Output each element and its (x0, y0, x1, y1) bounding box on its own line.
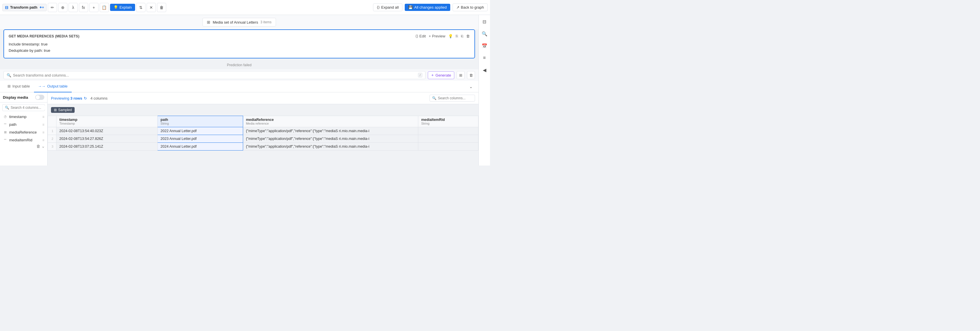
center-panel: ⊞ Media set of Annual Letters 3 items GE… (0, 15, 479, 166)
search-columns-input[interactable] (11, 106, 48, 110)
tabs-row: ⊞ Input table →→ Output table ⌄ (0, 81, 479, 92)
cell-mediaReference[interactable]: {"mimeType":"application/pdf","reference… (243, 143, 418, 150)
edit-button[interactable]: ✏ (48, 3, 57, 12)
col-header-mediaItemRid[interactable]: mediaItemRidString (418, 116, 479, 127)
row-number: 3 (48, 143, 56, 150)
deduplicate-by-path: Deduplicate by path: true (9, 48, 470, 54)
search-output-columns-wrapper[interactable]: 🔍 (430, 95, 475, 101)
column-item-mediaReference[interactable]: ⊞ mediaReference ≡ (0, 128, 47, 136)
col-name-label: timestamp (9, 114, 27, 119)
cell-path[interactable]: 2024 Annual Letter.pdf (158, 143, 243, 150)
transform-block-title: GET MEDIA REFERENCES (MEDIA SETS) (9, 34, 80, 38)
row-num-header (48, 116, 56, 127)
col-header-timestamp[interactable]: timestampTimestamp (56, 116, 158, 127)
search-columns-wrapper[interactable]: 🔍 (2, 104, 45, 111)
delete-cols-icon[interactable]: 🗑 (36, 144, 40, 149)
tab-input-table[interactable]: ⊞ Input table (3, 81, 34, 92)
display-media-toggle[interactable] (35, 95, 45, 100)
preview-info: Previewing 3 rows ↻ (51, 96, 87, 100)
cell-mediaReference[interactable]: {"mimeType":"application/pdf","reference… (243, 135, 418, 143)
columns-info: 4 columns (91, 96, 107, 100)
cell-timestamp[interactable]: 2024-02-08T13:07:25.141Z (56, 143, 158, 150)
column-item-timestamp[interactable]: ⏱ timestamp ≡ (0, 113, 47, 120)
col-header-type: Media reference (246, 122, 415, 125)
delete-action-icon[interactable]: 🗑 (466, 34, 470, 38)
more-cols-icon[interactable]: ⌄ (41, 144, 45, 149)
cell-path[interactable]: 2023 Annual Letter.pdf (158, 135, 243, 143)
sidebar-icon-grid[interactable]: ⊟ (480, 17, 489, 26)
all-changes-button[interactable]: 💾 All changes applied (405, 4, 450, 11)
include-timestamp: Include timestamp: true (9, 41, 470, 48)
explain-button[interactable]: 💡 Explain (110, 4, 135, 11)
col-sort-icon[interactable]: ≡ (42, 130, 45, 135)
table-row[interactable]: 22024-02-08T13:54:27.826Z2023 Annual Let… (48, 135, 479, 143)
search-input-wrapper[interactable]: 🔍 / (3, 71, 425, 79)
column-list: ⏱ timestamp ≡ "" path ≡ ⊞ mediaReference… (0, 113, 47, 144)
col-header-path[interactable]: pathString (158, 116, 243, 127)
col-sort-icon[interactable]: ≡ (42, 123, 45, 127)
cell-mediaReference[interactable]: {"mimeType":"application/pdf","reference… (243, 127, 418, 135)
search-transforms-input[interactable] (13, 73, 416, 78)
col-header-type: String (421, 122, 475, 125)
collapse-button[interactable]: ⌄ (467, 82, 475, 91)
sidebar-icon-calendar[interactable]: 📅 (480, 41, 489, 50)
col-sort-icon[interactable]: ≡ (42, 138, 45, 142)
col-type-icon: ⏱ (3, 115, 8, 119)
transform-path-label[interactable]: ⊟ Transform path ✦+ (2, 4, 47, 11)
col-type-icon: ⊞ (3, 130, 8, 134)
cell-mediaItemRid[interactable] (418, 135, 479, 143)
arrows-button[interactable]: ⇅ (136, 3, 145, 12)
paste-button[interactable]: 📋 (100, 3, 109, 12)
copy-action-icon[interactable]: ⎘ (456, 34, 458, 38)
table-row[interactable]: 12024-02-08T13:54:40.023Z2022 Annual Let… (48, 127, 479, 135)
sidebar-icon-search[interactable]: 🔍 (480, 29, 489, 38)
close-button[interactable]: ✕ (146, 3, 156, 12)
display-media-label: Display media (3, 95, 28, 100)
bulb-action-icon[interactable]: 💡 (448, 34, 453, 38)
fx-button[interactable]: fx (79, 3, 88, 12)
transform-block-header: GET MEDIA REFERENCES (MEDIA SETS) ⟨⟩ Edi… (9, 34, 470, 38)
preview-action-icon: + (429, 34, 431, 38)
col-header-type: String (161, 122, 240, 125)
preview-action[interactable]: + Preview (429, 34, 445, 38)
plus-button[interactable]: + (89, 3, 99, 12)
zoom-button[interactable]: ⊕ (58, 3, 67, 12)
cell-mediaItemRid[interactable] (418, 143, 479, 150)
search-output-columns-input[interactable] (438, 96, 473, 100)
table-row[interactable]: 32024-02-08T13:07:25.141Z2024 Annual Let… (48, 143, 479, 150)
column-item-mediaItemRid[interactable]: "" mediaItemRid ≡ (0, 136, 47, 144)
col-sort-icon[interactable]: ≡ (42, 115, 45, 119)
cell-path[interactable]: 2022 Annual Letter.pdf (158, 127, 243, 135)
grid-btn[interactable]: ⊞ (457, 71, 465, 79)
data-table-wrapper[interactable]: timestampTimestamppathStringmediaReferen… (48, 116, 479, 166)
delete-button[interactable]: 🗑 (157, 3, 166, 12)
expand-icon: ⟨⟩ (377, 5, 380, 10)
media-set-badge: ⊞ Media set of Annual Letters 3 items (202, 18, 276, 27)
slash-key: / (418, 73, 422, 78)
media-set-count: 3 items (261, 20, 272, 24)
edit-action-label: Edit (419, 34, 426, 38)
refresh-icon[interactable]: ↻ (84, 96, 87, 100)
back-to-graph-button[interactable]: ↗ Back to graph (453, 3, 488, 11)
output-header: Previewing 3 rows ↻ 4 columns 🔍 (48, 92, 479, 104)
col-item-left: ⊞ mediaReference (3, 130, 37, 135)
tab-output-table[interactable]: →→ Output table (34, 81, 72, 92)
cell-mediaItemRid[interactable] (418, 127, 479, 135)
edit-action[interactable]: ⟨⟩ Edit (415, 34, 426, 38)
row-number: 2 (48, 135, 56, 143)
transform-block-container: GET MEDIA REFERENCES (MEDIA SETS) ⟨⟩ Edi… (0, 29, 479, 61)
col-header-mediaReference[interactable]: mediaReferenceMedia reference (243, 116, 418, 127)
lambda-button[interactable]: λ (68, 3, 78, 12)
column-item-path[interactable]: "" path ≡ (0, 120, 47, 128)
delete-search-btn[interactable]: 🗑 (467, 71, 475, 79)
generate-button[interactable]: ✦ Generate (428, 71, 454, 79)
cell-timestamp[interactable]: 2024-02-08T13:54:27.826Z (56, 135, 158, 143)
transform-path-plus-icon: ✦+ (39, 5, 44, 10)
cell-timestamp[interactable]: 2024-02-08T13:54:40.023Z (56, 127, 158, 135)
sidebar-icon-arrow[interactable]: ◀ (480, 66, 489, 74)
expand-all-button[interactable]: ⟨⟩ Expand all (373, 3, 402, 11)
explain-label: Explain (119, 5, 132, 10)
sidebar-icon-sliders[interactable]: ≡ (480, 54, 489, 62)
back-icon: ↗ (456, 5, 460, 10)
copy2-action-icon[interactable]: ⎗ (461, 34, 463, 38)
